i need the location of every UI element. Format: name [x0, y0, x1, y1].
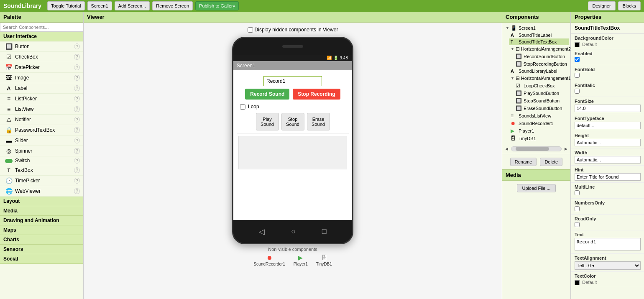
readonly-checkbox[interactable]: [575, 222, 580, 227]
comp-screen1[interactable]: ▼ 📱 Screen1: [504, 24, 569, 32]
height-input[interactable]: [575, 139, 641, 146]
comp-soundrecorder1[interactable]: ⏺ SoundRecorder1: [509, 120, 569, 127]
comp-tinydb1[interactable]: 🗄 TinyDB1: [509, 135, 569, 142]
record-buttons-row: Record Sound Stop Recording: [237, 89, 349, 100]
switch-help-icon[interactable]: ?: [74, 158, 80, 164]
listpicker-help-icon[interactable]: ?: [74, 96, 80, 102]
stop-sound-button[interactable]: StopSound: [281, 113, 304, 130]
comp-playsoundbutton[interactable]: 🔲 PlaySoundButton: [514, 89, 569, 97]
screen1-dropdown-button[interactable]: Screen1: [87, 1, 112, 10]
fonttypeface-input[interactable]: [575, 122, 641, 129]
prop-fontsize-label: FontSize: [575, 99, 641, 104]
palette-item-image[interactable]: 🖼 Image ?: [0, 73, 83, 83]
palette-item-button[interactable]: 🔲 Button ?: [0, 41, 83, 52]
multiline-checkbox[interactable]: [575, 190, 580, 195]
palette-section-maps[interactable]: Maps: [0, 225, 83, 235]
comp-recordsoundbutton[interactable]: 🔲 RecordSoundButton: [514, 53, 569, 60]
rename-button[interactable]: Rename: [510, 158, 537, 166]
label-help-icon[interactable]: ?: [74, 85, 80, 91]
checkbox-help-icon[interactable]: ?: [74, 54, 80, 60]
enabled-checkbox[interactable]: [575, 57, 580, 62]
palette-item-datepicker[interactable]: 📅 DatePicker ?: [0, 62, 83, 73]
palette-section-drawing[interactable]: Drawing and Animation: [0, 216, 83, 225]
comp-soundtitlelabel[interactable]: A SoundTitleLabel: [509, 32, 569, 38]
display-hidden-checkbox[interactable]: [248, 27, 253, 33]
comp-soundslistview[interactable]: ≡ SoundsListView: [509, 112, 569, 120]
comp-stopsoundbutton[interactable]: 🔲 StopSoundButton: [514, 97, 569, 105]
datepicker-help-icon[interactable]: ?: [74, 64, 80, 70]
toggle-tutorial-button[interactable]: Toggle Tutorial: [47, 1, 85, 10]
palette-section-charts[interactable]: Charts: [0, 235, 83, 245]
palette-item-listview[interactable]: ≡ ListView ?: [0, 104, 83, 115]
palette-item-spinner[interactable]: ◎ Spinner ?: [0, 146, 83, 156]
stop-recording-button[interactable]: Stop Recording: [293, 89, 340, 100]
comp-horizontalarrangement2[interactable]: ▼ ⊟ HorizontalArrangement2: [509, 45, 569, 53]
comp-horizontalarrangement1[interactable]: ▼ ⊟ HorizontalArrangement1: [509, 74, 569, 82]
timepicker-help-icon[interactable]: ?: [74, 178, 80, 184]
remove-screen-button[interactable]: Remove Screen: [152, 1, 193, 10]
delete-button[interactable]: Delete: [540, 158, 562, 166]
upload-file-button[interactable]: Upload File ...: [517, 184, 556, 192]
palette-section-sensors[interactable]: Sensors: [0, 245, 83, 254]
palette-section-media[interactable]: Media: [0, 206, 83, 216]
button-help-icon[interactable]: ?: [74, 43, 80, 49]
listview-help-icon[interactable]: ?: [74, 106, 80, 112]
palette-item-switch[interactable]: Switch ?: [0, 156, 83, 165]
palette-item-listview-label: ListView: [15, 106, 72, 112]
play-sound-button[interactable]: PlaySound: [256, 113, 279, 130]
passwordtextbox-help-icon[interactable]: ?: [74, 127, 80, 133]
prop-backgroundcolor-value[interactable]: Default: [575, 41, 641, 47]
horizontal-scrollbar[interactable]: [511, 146, 562, 151]
palette-item-slider[interactable]: ▬ Slider ?: [0, 135, 83, 146]
comp-loopcheckbox[interactable]: ☑ LoopCheckBox: [514, 82, 569, 89]
palette-item-timepicker[interactable]: 🕐 TimePicker ?: [0, 176, 83, 186]
screen1-icon: 📱: [511, 25, 517, 31]
palette-section-social[interactable]: Social: [0, 254, 83, 264]
palette-item-passwordtextbox[interactable]: 🔒 PasswordTextBox ?: [0, 125, 83, 135]
designer-button[interactable]: Designer: [588, 1, 616, 10]
search-components-input[interactable]: [0, 23, 83, 32]
publish-gallery-button[interactable]: Publish to Gallery: [195, 1, 239, 10]
fontsize-input[interactable]: [575, 105, 641, 112]
fontbold-checkbox[interactable]: [575, 73, 580, 78]
comp-erasesoundbutton[interactable]: 🔲 EraseSoundButton: [514, 105, 569, 112]
width-input[interactable]: [575, 156, 641, 164]
palette-section-user-interface[interactable]: User Interface: [0, 32, 83, 41]
palette-item-notifier[interactable]: ⚠ Notifier ?: [0, 115, 83, 125]
record-sound-button[interactable]: Record Sound: [245, 89, 289, 100]
palette-item-listpicker[interactable]: ≡ ListPicker ?: [0, 94, 83, 104]
palette-item-label[interactable]: A Label ?: [0, 83, 83, 94]
add-screen-button[interactable]: Add Screen...: [115, 1, 150, 10]
notifier-help-icon[interactable]: ?: [74, 117, 80, 123]
webviewer-help-icon[interactable]: ?: [74, 188, 80, 194]
prop-textcolor-value[interactable]: Default: [575, 279, 641, 285]
textbox-help-icon[interactable]: ?: [74, 167, 80, 173]
palette-item-checkbox[interactable]: ☑ CheckBox ?: [0, 52, 83, 62]
numbersonly-checkbox[interactable]: [575, 206, 580, 211]
comp-soundlibrarylabel[interactable]: A SoundLibraryLabel: [509, 68, 569, 74]
back-nav-icon[interactable]: ◁: [259, 227, 265, 236]
sound-title-textbox[interactable]: [263, 76, 322, 86]
home-nav-icon[interactable]: ○: [291, 227, 296, 236]
comp-stoprecordingbutton[interactable]: 🔲 StopRecordingButton: [514, 60, 569, 68]
comp-player1[interactable]: ▶ Player1: [509, 127, 569, 135]
palette-item-textbox[interactable]: T TextBox ?: [0, 165, 83, 176]
soundtitletextbox-icon: T: [511, 40, 517, 44]
recent-nav-icon[interactable]: □: [322, 227, 327, 236]
blocks-button[interactable]: Blocks: [618, 1, 641, 10]
text-textarea[interactable]: Record1: [575, 238, 641, 250]
slider-help-icon[interactable]: ?: [74, 138, 80, 143]
erase-sound-button[interactable]: EraseSound: [307, 113, 330, 130]
palette-section-layout[interactable]: Layout: [0, 197, 83, 206]
palette-item-webviewer[interactable]: 🌐 WebViewer ?: [0, 186, 83, 197]
scroll-left-arrow[interactable]: ◀: [504, 147, 509, 151]
image-help-icon[interactable]: ?: [74, 75, 80, 81]
comp-soundtitletextbox[interactable]: T SoundTitleTextBox: [509, 38, 569, 45]
spinner-help-icon[interactable]: ?: [74, 148, 80, 154]
fontitalic-checkbox[interactable]: [575, 89, 580, 94]
scroll-right-arrow[interactable]: ▶: [563, 147, 569, 151]
soundtitlelabel-label: SoundTitleLabel: [519, 33, 552, 38]
textalignment-select[interactable]: left : 0 ▾ center : 1 right : 2: [575, 261, 641, 270]
hint-input[interactable]: [575, 173, 641, 181]
loop-checkbox[interactable]: [240, 104, 245, 110]
